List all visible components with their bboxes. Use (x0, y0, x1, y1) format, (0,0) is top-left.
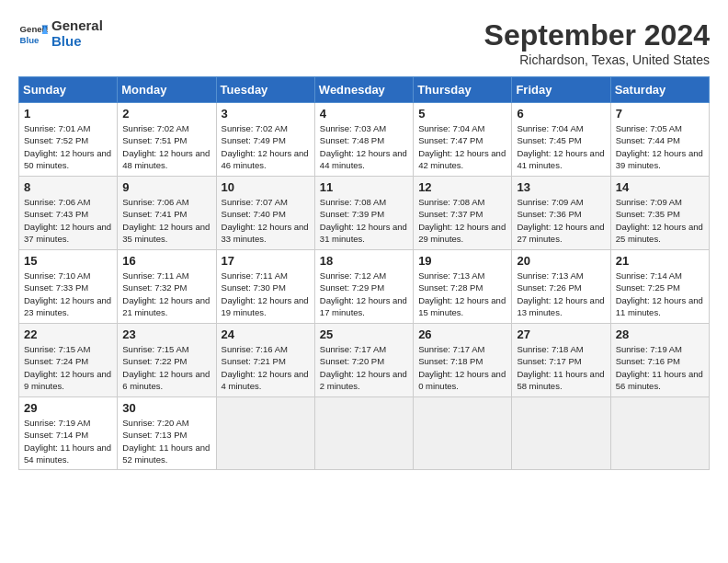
day-number: 17 (222, 254, 310, 268)
day-number: 3 (222, 107, 310, 121)
empty-cell (414, 397, 512, 470)
calendar-week-4: 22Sunrise: 7:15 AM Sunset: 7:24 PM Dayli… (19, 324, 710, 397)
calendar-week-3: 15Sunrise: 7:10 AM Sunset: 7:33 PM Dayli… (19, 250, 710, 324)
column-header-thursday: Thursday (414, 77, 512, 103)
day-info: Sunrise: 7:13 AM Sunset: 7:28 PM Dayligh… (418, 270, 506, 318)
day-info: Sunrise: 7:10 AM Sunset: 7:33 PM Dayligh… (24, 270, 112, 318)
day-cell-9: 9Sunrise: 7:06 AM Sunset: 7:41 PM Daylig… (118, 177, 216, 250)
day-info: Sunrise: 7:02 AM Sunset: 7:49 PM Dayligh… (222, 122, 310, 171)
day-number: 10 (222, 180, 310, 194)
empty-cell (314, 397, 413, 470)
column-header-tuesday: Tuesday (216, 77, 314, 103)
day-info: Sunrise: 7:16 AM Sunset: 7:21 PM Dayligh… (222, 343, 310, 392)
day-number: 13 (517, 180, 605, 194)
day-number: 19 (418, 254, 506, 268)
day-info: Sunrise: 7:04 AM Sunset: 7:45 PM Dayligh… (517, 122, 605, 171)
day-info: Sunrise: 7:11 AM Sunset: 7:30 PM Dayligh… (222, 270, 310, 318)
day-cell-12: 12Sunrise: 7:08 AM Sunset: 7:37 PM Dayli… (414, 177, 512, 250)
calendar-table: SundayMondayTuesdayWednesdayThursdayFrid… (18, 76, 710, 470)
day-number: 24 (222, 327, 310, 341)
calendar-week-2: 8Sunrise: 7:06 AM Sunset: 7:43 PM Daylig… (19, 177, 710, 250)
day-cell-5: 5Sunrise: 7:04 AM Sunset: 7:47 PM Daylig… (414, 103, 512, 177)
day-info: Sunrise: 7:01 AM Sunset: 7:52 PM Dayligh… (24, 122, 112, 171)
day-number: 9 (122, 180, 210, 194)
column-header-saturday: Saturday (610, 77, 709, 103)
day-number: 6 (517, 107, 605, 121)
column-header-wednesday: Wednesday (314, 77, 413, 103)
location-subtitle: Richardson, Texas, United States (484, 52, 710, 67)
day-number: 1 (24, 107, 112, 121)
day-number: 27 (517, 327, 605, 341)
day-cell-1: 1Sunrise: 7:01 AM Sunset: 7:52 PM Daylig… (19, 103, 118, 177)
day-cell-10: 10Sunrise: 7:07 AM Sunset: 7:40 PM Dayli… (216, 177, 314, 250)
svg-text:Blue: Blue (20, 34, 40, 44)
day-cell-8: 8Sunrise: 7:06 AM Sunset: 7:43 PM Daylig… (19, 177, 118, 250)
day-info: Sunrise: 7:06 AM Sunset: 7:41 PM Dayligh… (122, 196, 210, 245)
day-cell-2: 2Sunrise: 7:02 AM Sunset: 7:51 PM Daylig… (118, 103, 216, 177)
day-cell-26: 26Sunrise: 7:17 AM Sunset: 7:18 PM Dayli… (414, 324, 512, 397)
day-number: 7 (616, 107, 704, 121)
logo-text-general: General (51, 18, 103, 34)
month-title: September 2024 (484, 18, 710, 52)
day-number: 15 (24, 254, 112, 268)
day-cell-30: 30Sunrise: 7:20 AM Sunset: 7:13 PM Dayli… (118, 397, 216, 470)
day-cell-20: 20Sunrise: 7:13 AM Sunset: 7:26 PM Dayli… (512, 250, 610, 324)
day-info: Sunrise: 7:18 AM Sunset: 7:17 PM Dayligh… (517, 343, 605, 392)
day-cell-3: 3Sunrise: 7:02 AM Sunset: 7:49 PM Daylig… (216, 103, 314, 177)
day-cell-21: 21Sunrise: 7:14 AM Sunset: 7:25 PM Dayli… (610, 250, 709, 324)
day-number: 30 (122, 401, 210, 415)
day-cell-14: 14Sunrise: 7:09 AM Sunset: 7:35 PM Dayli… (610, 177, 709, 250)
day-number: 8 (24, 180, 112, 194)
logo-icon: General Blue (18, 19, 48, 49)
day-cell-6: 6Sunrise: 7:04 AM Sunset: 7:45 PM Daylig… (512, 103, 610, 177)
day-number: 12 (418, 180, 506, 194)
day-number: 26 (418, 327, 506, 341)
day-info: Sunrise: 7:02 AM Sunset: 7:51 PM Dayligh… (122, 122, 210, 171)
day-info: Sunrise: 7:12 AM Sunset: 7:29 PM Dayligh… (320, 270, 408, 318)
day-info: Sunrise: 7:19 AM Sunset: 7:14 PM Dayligh… (24, 417, 112, 465)
day-cell-24: 24Sunrise: 7:16 AM Sunset: 7:21 PM Dayli… (216, 324, 314, 397)
day-info: Sunrise: 7:19 AM Sunset: 7:16 PM Dayligh… (616, 343, 704, 392)
day-cell-19: 19Sunrise: 7:13 AM Sunset: 7:28 PM Dayli… (414, 250, 512, 324)
day-cell-4: 4Sunrise: 7:03 AM Sunset: 7:48 PM Daylig… (314, 103, 413, 177)
empty-cell (512, 397, 610, 470)
empty-cell (216, 397, 314, 470)
day-info: Sunrise: 7:03 AM Sunset: 7:48 PM Dayligh… (320, 122, 408, 171)
logo: General Blue General Blue (18, 18, 103, 49)
title-area: September 2024 Richardson, Texas, United… (484, 18, 710, 67)
day-number: 20 (517, 254, 605, 268)
page-header: General Blue General Blue September 2024… (18, 18, 710, 67)
day-number: 22 (24, 327, 112, 341)
day-info: Sunrise: 7:07 AM Sunset: 7:40 PM Dayligh… (222, 196, 310, 245)
day-number: 2 (122, 107, 210, 121)
day-cell-23: 23Sunrise: 7:15 AM Sunset: 7:22 PM Dayli… (118, 324, 216, 397)
day-cell-16: 16Sunrise: 7:11 AM Sunset: 7:32 PM Dayli… (118, 250, 216, 324)
empty-cell (610, 397, 709, 470)
day-cell-15: 15Sunrise: 7:10 AM Sunset: 7:33 PM Dayli… (19, 250, 118, 324)
day-cell-29: 29Sunrise: 7:19 AM Sunset: 7:14 PM Dayli… (19, 397, 118, 470)
day-number: 11 (320, 180, 408, 194)
calendar-header-row: SundayMondayTuesdayWednesdayThursdayFrid… (19, 77, 710, 103)
day-info: Sunrise: 7:06 AM Sunset: 7:43 PM Dayligh… (24, 196, 112, 245)
day-info: Sunrise: 7:09 AM Sunset: 7:36 PM Dayligh… (517, 196, 605, 245)
day-number: 28 (616, 327, 704, 341)
day-number: 5 (418, 107, 506, 121)
day-info: Sunrise: 7:05 AM Sunset: 7:44 PM Dayligh… (616, 122, 704, 171)
day-info: Sunrise: 7:15 AM Sunset: 7:22 PM Dayligh… (122, 343, 210, 392)
calendar-week-5: 29Sunrise: 7:19 AM Sunset: 7:14 PM Dayli… (19, 397, 710, 470)
day-cell-18: 18Sunrise: 7:12 AM Sunset: 7:29 PM Dayli… (314, 250, 413, 324)
day-info: Sunrise: 7:20 AM Sunset: 7:13 PM Dayligh… (122, 417, 210, 465)
day-number: 18 (320, 254, 408, 268)
day-info: Sunrise: 7:14 AM Sunset: 7:25 PM Dayligh… (616, 270, 704, 318)
calendar-week-1: 1Sunrise: 7:01 AM Sunset: 7:52 PM Daylig… (19, 103, 710, 177)
logo-text-blue: Blue (51, 34, 103, 50)
day-number: 29 (24, 401, 112, 415)
day-info: Sunrise: 7:11 AM Sunset: 7:32 PM Dayligh… (122, 270, 210, 318)
day-number: 23 (122, 327, 210, 341)
day-cell-13: 13Sunrise: 7:09 AM Sunset: 7:36 PM Dayli… (512, 177, 610, 250)
day-info: Sunrise: 7:17 AM Sunset: 7:18 PM Dayligh… (418, 343, 506, 392)
day-info: Sunrise: 7:15 AM Sunset: 7:24 PM Dayligh… (24, 343, 112, 392)
column-header-monday: Monday (118, 77, 216, 103)
day-cell-22: 22Sunrise: 7:15 AM Sunset: 7:24 PM Dayli… (19, 324, 118, 397)
day-info: Sunrise: 7:08 AM Sunset: 7:39 PM Dayligh… (320, 196, 408, 245)
